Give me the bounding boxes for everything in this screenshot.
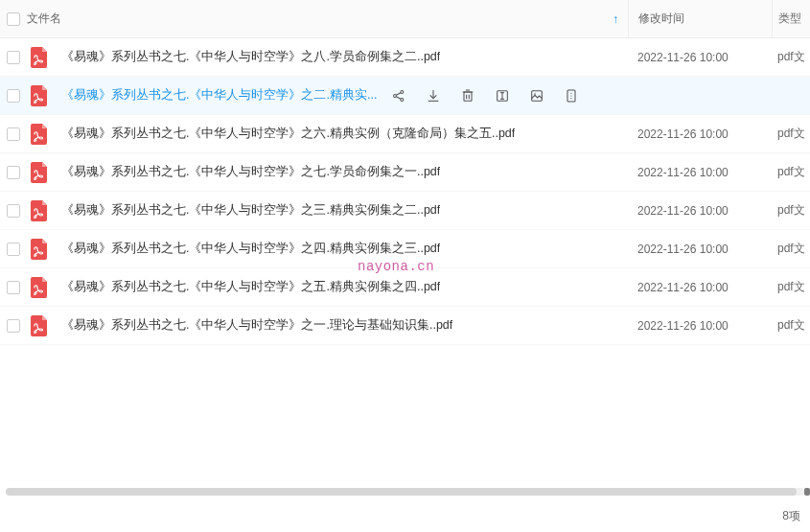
horizontal-scrollbar[interactable]: [6, 488, 804, 496]
row-type-cell: pdf文: [772, 279, 810, 295]
row-date-cell: 2022-11-26 10:00: [628, 166, 772, 179]
svg-point-16: [571, 95, 572, 96]
row-checkbox[interactable]: [7, 281, 20, 294]
svg-point-0: [394, 94, 397, 97]
file-name-label[interactable]: 《易魂》系列丛书之七.《中华人与时空学》之八.学员命例集之二..pdf: [61, 49, 440, 65]
row-checkbox[interactable]: [7, 243, 20, 256]
row-date-cell: 2022-11-26 10:00: [628, 243, 772, 256]
row-name-cell: 《易魂》系列丛书之七.《中华人与时空学》之八.学员命例集之二..pdf: [23, 47, 628, 68]
table-row[interactable]: 《易魂》系列丛书之七.《中华人与时空学》之四.精典实例集之三..pdf 2022…: [0, 230, 810, 268]
row-actions: [390, 87, 580, 104]
row-name-cell: 《易魂》系列丛书之七.《中华人与时空学》之七.学员命例集之一..pdf: [23, 162, 628, 183]
svg-point-17: [571, 98, 572, 99]
file-type-label: pdf文: [777, 202, 805, 219]
header-checkbox-cell: [0, 12, 23, 26]
svg-line-4: [397, 96, 402, 99]
row-checkbox-cell: [0, 51, 23, 64]
file-type-label: pdf文: [777, 126, 805, 142]
row-checkbox-cell: [0, 127, 23, 141]
svg-line-3: [397, 92, 402, 95]
table-row[interactable]: 《易魂》系列丛书之七.《中华人与时空学》之七.学员命例集之一..pdf 2022…: [0, 153, 810, 192]
table-row[interactable]: 《易魂》系列丛书之七.《中华人与时空学》之五.精典实例集之四..pdf 2022…: [0, 268, 810, 307]
file-name-label[interactable]: 《易魂》系列丛书之七.《中华人与时空学》之三.精典实例集之二..pdf: [61, 202, 440, 219]
file-name-label[interactable]: 《易魂》系列丛书之七.《中华人与时空学》之一.理论与基础知识集..pdf: [61, 317, 452, 334]
rename-icon[interactable]: [494, 87, 511, 104]
row-checkbox[interactable]: [7, 166, 20, 179]
select-all-checkbox[interactable]: [7, 12, 20, 26]
row-checkbox[interactable]: [7, 127, 20, 141]
file-name-label[interactable]: 《易魂》系列丛书之七.《中华人与时空学》之二.精典实...: [61, 87, 377, 104]
sort-arrow-icon: ↑: [613, 12, 618, 26]
pdf-file-icon: [29, 47, 50, 68]
pdf-file-icon: [29, 277, 50, 298]
scrollbar-thumb[interactable]: [6, 488, 797, 496]
row-checkbox[interactable]: [7, 204, 20, 218]
row-name-cell: 《易魂》系列丛书之七.《中华人与时空学》之二.精典实...: [23, 85, 628, 106]
row-type-cell: pdf文: [772, 317, 810, 334]
scrollbar-end: [804, 488, 810, 496]
header-type[interactable]: 类型: [772, 0, 810, 37]
file-date-label: 2022-11-26 10:00: [637, 319, 729, 333]
row-checkbox[interactable]: [7, 51, 20, 64]
row-checkbox-cell: [0, 281, 23, 294]
file-name-label[interactable]: 《易魂》系列丛书之七.《中华人与时空学》之四.精典实例集之三..pdf: [61, 241, 440, 257]
delete-icon[interactable]: [459, 87, 476, 104]
file-name-label[interactable]: 《易魂》系列丛书之七.《中华人与时空学》之五.精典实例集之四..pdf: [61, 279, 440, 295]
file-date-label: 2022-11-26 10:00: [637, 127, 729, 141]
header-name[interactable]: 文件名 ↑: [23, 11, 628, 27]
file-type-label: pdf文: [777, 49, 805, 65]
file-name-label[interactable]: 《易魂》系列丛书之七.《中华人与时空学》之六.精典实例（克隆命局）集之五..pd…: [61, 126, 515, 142]
row-name-cell: 《易魂》系列丛书之七.《中华人与时空学》之三.精典实例集之二..pdf: [23, 200, 628, 221]
file-date-label: 2022-11-26 10:00: [637, 51, 729, 64]
file-date-label: 2022-11-26 10:00: [637, 204, 729, 218]
table-header: 文件名 ↑ 修改时间 类型: [0, 0, 810, 38]
table-row[interactable]: 《易魂》系列丛书之七.《中华人与时空学》之三.精典实例集之二..pdf 2022…: [0, 192, 810, 230]
row-name-cell: 《易魂》系列丛书之七.《中华人与时空学》之一.理论与基础知识集..pdf: [23, 315, 628, 336]
row-date-cell: 2022-11-26 10:00: [628, 319, 772, 333]
row-checkbox-cell: [0, 89, 23, 103]
row-date-cell: 2022-11-26 10:00: [628, 51, 772, 64]
file-type-label: pdf文: [777, 164, 805, 180]
row-checkbox-cell: [0, 204, 23, 218]
image-icon[interactable]: [528, 87, 545, 104]
svg-rect-12: [532, 90, 543, 101]
table-row[interactable]: 《易魂》系列丛书之七.《中华人与时空学》之二.精典实...: [0, 77, 810, 115]
table-row[interactable]: 《易魂》系列丛书之七.《中华人与时空学》之八.学员命例集之二..pdf 2022…: [0, 38, 810, 77]
row-type-cell: pdf文: [772, 126, 810, 142]
file-name-label[interactable]: 《易魂》系列丛书之七.《中华人与时空学》之七.学员命例集之一..pdf: [61, 164, 440, 180]
footer-item-count: 8项: [782, 508, 800, 524]
svg-point-13: [535, 93, 537, 95]
download-icon[interactable]: [425, 87, 442, 104]
svg-point-15: [571, 92, 572, 93]
row-date-cell: 2022-11-26 10:00: [628, 127, 772, 141]
file-date-label: 2022-11-26 10:00: [637, 166, 729, 179]
pdf-file-icon: [29, 315, 50, 336]
row-type-cell: pdf文: [772, 241, 810, 257]
row-date-cell: 2022-11-26 10:00: [628, 281, 772, 294]
more-icon[interactable]: [563, 87, 580, 104]
share-icon[interactable]: [390, 87, 407, 104]
pdf-file-icon: [29, 124, 50, 145]
row-name-cell: 《易魂》系列丛书之七.《中华人与时空学》之四.精典实例集之三..pdf: [23, 239, 628, 260]
pdf-file-icon: [29, 239, 50, 260]
row-checkbox-cell: [0, 243, 23, 256]
pdf-file-icon: [29, 162, 50, 183]
table-row[interactable]: 《易魂》系列丛书之七.《中华人与时空学》之一.理论与基础知识集..pdf 202…: [0, 307, 810, 345]
file-table: 文件名 ↑ 修改时间 类型 《易魂》系列丛书之七.《中华人与时空学》之八.学员命…: [0, 0, 810, 345]
row-name-cell: 《易魂》系列丛书之七.《中华人与时空学》之五.精典实例集之四..pdf: [23, 277, 628, 298]
header-type-label: 类型: [778, 11, 801, 27]
row-checkbox[interactable]: [7, 89, 20, 103]
row-type-cell: pdf文: [772, 49, 810, 65]
row-checkbox[interactable]: [7, 319, 20, 333]
header-date[interactable]: 修改时间: [628, 0, 772, 37]
table-row[interactable]: 《易魂》系列丛书之七.《中华人与时空学》之六.精典实例（克隆命局）集之五..pd…: [0, 115, 810, 153]
svg-point-2: [401, 98, 404, 101]
svg-point-1: [401, 90, 404, 93]
table-body: 《易魂》系列丛书之七.《中华人与时空学》之八.学员命例集之二..pdf 2022…: [0, 38, 810, 345]
header-date-label: 修改时间: [638, 11, 684, 27]
row-checkbox-cell: [0, 319, 23, 333]
file-type-label: pdf文: [777, 317, 805, 334]
row-type-cell: pdf文: [772, 164, 810, 180]
file-type-label: pdf文: [777, 241, 805, 257]
row-date-cell: 2022-11-26 10:00: [628, 204, 772, 218]
